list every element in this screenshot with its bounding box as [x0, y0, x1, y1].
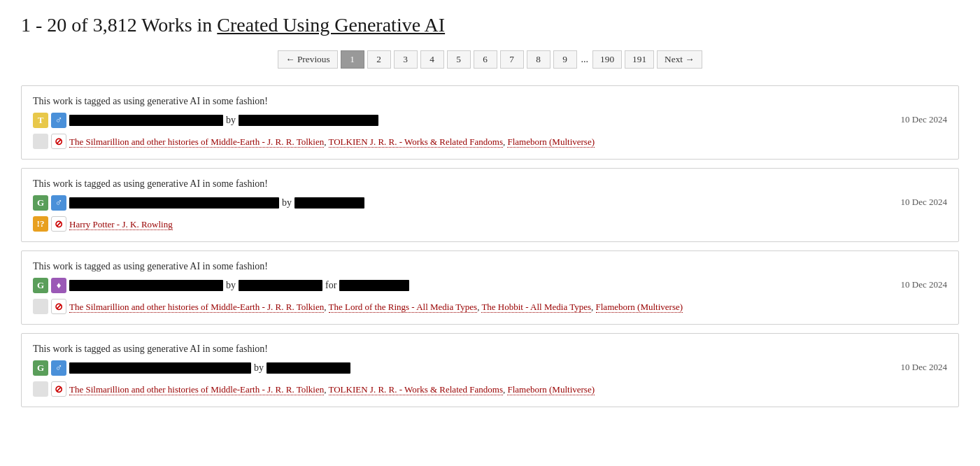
work-by-text: by: [254, 362, 264, 374]
work-meta-row: G♦ by for ⊘The Silmarillion and other hi…: [33, 278, 947, 314]
work-by-text: by: [282, 197, 292, 209]
page-9-button[interactable]: 9: [553, 50, 577, 69]
work-entry: This work is tagged as using generative …: [21, 333, 959, 407]
work-fandoms: The Silmarillion and other histories of …: [69, 302, 683, 313]
work-icon-row1: G♂ by: [33, 195, 887, 211]
work-icon-row2: !?⊘Harry Potter - J. K. Rowling: [33, 216, 887, 232]
redacted-author: [239, 280, 322, 291]
fandom-link[interactable]: Harry Potter - J. K. Rowling: [69, 219, 173, 230]
work-meta-row: T♂ by ⊘The Silmarillion and other histor…: [33, 113, 947, 149]
page-2-button[interactable]: 2: [367, 50, 391, 69]
fandom-link[interactable]: Flameborn (Multiverse): [507, 384, 595, 395]
pagination-ellipsis: ...: [580, 51, 590, 68]
fandom-separator: ,: [324, 136, 328, 147]
work-icon-row1: T♂ by: [33, 113, 887, 128]
redacted-for: [339, 280, 409, 291]
next-button[interactable]: Next →: [657, 50, 702, 69]
work-left-col: T♂ by ⊘The Silmarillion and other histor…: [33, 113, 887, 149]
work-entry: This work is tagged as using generative …: [21, 250, 959, 325]
redacted-title: [69, 115, 223, 126]
redacted-title: [69, 197, 279, 209]
title-link[interactable]: Created Using Generative AI: [217, 14, 445, 36]
no-icon: ⊘: [51, 299, 66, 314]
redacted-author: [294, 197, 364, 209]
pagination: ← Previous 1 2 3 4 5 6 7 8 9 ... 190 191…: [21, 50, 959, 69]
work-by-text: by: [226, 115, 236, 126]
category-icon: ♦: [51, 278, 66, 293]
gender-male-icon: ♂: [51, 195, 66, 211]
work-left-col: G♦ by for ⊘The Silmarillion and other hi…: [33, 278, 887, 314]
gender-male-icon: ♂: [51, 113, 66, 128]
page-191-button[interactable]: 191: [625, 50, 654, 69]
title-prefix: 1 - 20 of 3,812 Works in: [21, 14, 212, 36]
work-left-col: G♂ by !?⊘Harry Potter - J. K. Rowling: [33, 195, 887, 232]
page-190-button[interactable]: 190: [592, 50, 622, 69]
work-fandoms: The Silmarillion and other histories of …: [69, 384, 595, 395]
redacted-author: [267, 362, 350, 374]
work-warning-text: This work is tagged as using generative …: [33, 178, 947, 190]
fandom-link[interactable]: The Silmarillion and other histories of …: [69, 302, 324, 313]
work-icon-row1: G♂ by: [33, 360, 887, 376]
page-6-button[interactable]: 6: [474, 50, 497, 69]
work-date: 10 Dec 2024: [901, 360, 947, 373]
work-meta-row: G♂ by ⊘The Silmarillion and other histor…: [33, 360, 947, 397]
fandom-separator: ,: [324, 384, 328, 395]
rating-T-icon: T: [33, 113, 48, 128]
blank-icon: [33, 299, 48, 314]
no-icon: ⊘: [51, 216, 66, 232]
page-1-button[interactable]: 1: [341, 50, 364, 69]
page-3-button[interactable]: 3: [394, 50, 418, 69]
page-7-button[interactable]: 7: [500, 50, 524, 69]
fandom-link[interactable]: TOLKIEN J. R. R. - Works & Related Fando…: [329, 384, 503, 395]
work-warning-text: This work is tagged as using generative …: [33, 344, 947, 355]
redacted-title: [69, 280, 223, 291]
redacted-author: [239, 115, 378, 126]
rating-G-icon: G: [33, 195, 48, 211]
fandom-link[interactable]: The Hobbit - All Media Types: [481, 302, 591, 313]
fandom-separator: ,: [324, 302, 328, 312]
work-date: 10 Dec 2024: [901, 195, 947, 208]
work-warning-text: This work is tagged as using generative …: [33, 261, 947, 272]
no-icon: ⊘: [51, 381, 66, 397]
work-date: 10 Dec 2024: [901, 278, 947, 290]
page-4-button[interactable]: 4: [420, 50, 444, 69]
no-icon: ⊘: [51, 134, 66, 149]
work-icon-row2: ⊘The Silmarillion and other histories of…: [33, 134, 887, 149]
work-by-text: by: [226, 280, 236, 291]
work-for-text: for: [325, 280, 336, 291]
work-entry: This work is tagged as using generative …: [21, 85, 959, 160]
page-title: 1 - 20 of 3,812 Works in Created Using G…: [21, 14, 959, 36]
rating-G-icon: G: [33, 278, 48, 293]
prev-button[interactable]: ← Previous: [278, 50, 337, 69]
page-8-button[interactable]: 8: [527, 50, 551, 69]
page-5-button[interactable]: 5: [447, 50, 471, 69]
work-fandoms: The Silmarillion and other histories of …: [69, 136, 595, 148]
fandom-link[interactable]: The Silmarillion and other histories of …: [69, 136, 324, 148]
work-icon-row1: G♦ by for: [33, 278, 887, 293]
work-date: 10 Dec 2024: [901, 113, 947, 125]
fandom-link[interactable]: Flameborn (Multiverse): [596, 302, 683, 313]
work-warning-text: This work is tagged as using generative …: [33, 96, 947, 107]
warning-icon: !?: [33, 216, 48, 232]
redacted-title: [69, 362, 251, 374]
fandom-link[interactable]: Flameborn (Multiverse): [507, 136, 595, 148]
fandom-link[interactable]: The Lord of the Rings - All Media Types: [329, 302, 478, 313]
blank-icon: [33, 381, 48, 397]
work-left-col: G♂ by ⊘The Silmarillion and other histor…: [33, 360, 887, 397]
work-icon-row2: ⊘The Silmarillion and other histories of…: [33, 381, 887, 397]
work-meta-row: G♂ by !?⊘Harry Potter - J. K. Rowling10 …: [33, 195, 947, 232]
fandom-separator: ,: [591, 302, 596, 312]
works-list: This work is tagged as using generative …: [21, 85, 959, 407]
rating-G-icon: G: [33, 360, 48, 376]
work-fandoms: Harry Potter - J. K. Rowling: [69, 219, 173, 230]
fandom-link[interactable]: TOLKIEN J. R. R. - Works & Related Fando…: [329, 136, 503, 148]
gender-male-icon: ♂: [51, 360, 66, 376]
work-entry: This work is tagged as using generative …: [21, 168, 959, 242]
fandom-link[interactable]: The Silmarillion and other histories of …: [69, 384, 324, 395]
work-icon-row2: ⊘The Silmarillion and other histories of…: [33, 299, 887, 314]
blank-icon: [33, 134, 48, 149]
